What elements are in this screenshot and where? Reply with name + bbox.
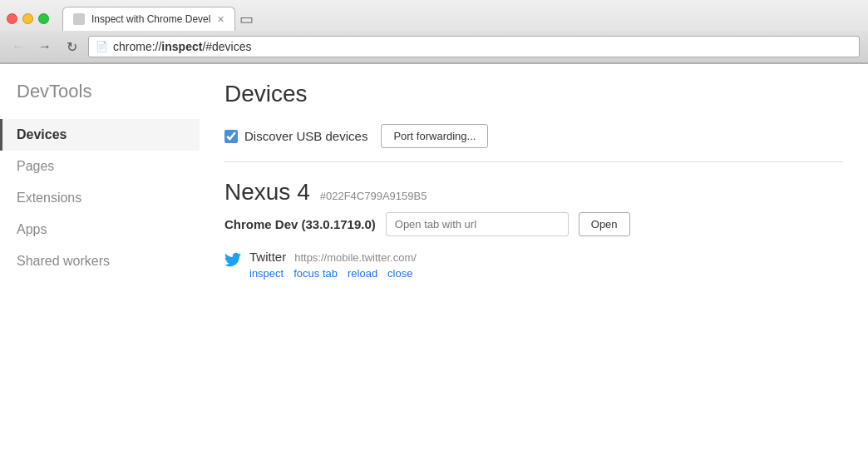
focus-tab-action[interactable]: focus tab — [293, 267, 338, 280]
close-button[interactable] — [7, 13, 17, 24]
sidebar-item-extensions[interactable]: Extensions — [0, 182, 200, 214]
sidebar-item-shared-workers[interactable]: Shared workers — [0, 245, 200, 277]
device-id: #022F4C799A9159B5 — [320, 190, 427, 202]
page-row: Twitter https://mobile.twitter.com/ insp… — [224, 250, 843, 280]
maximize-button[interactable] — [38, 13, 49, 24]
discover-row: Discover USB devices Port forwarding... — [224, 124, 843, 162]
page-name: Twitter — [249, 250, 286, 264]
page-info: Twitter https://mobile.twitter.com/ insp… — [249, 250, 417, 280]
page-icon: 📄 — [96, 41, 108, 52]
page-url: https://mobile.twitter.com/ — [294, 251, 417, 264]
back-icon: ← — [12, 39, 25, 54]
page-title: Devices — [224, 81, 843, 107]
tab-bar: Inspect with Chrome Devel × ▭ — [62, 7, 259, 31]
reload-action[interactable]: reload — [348, 267, 377, 280]
back-button[interactable]: ← — [8, 37, 28, 57]
sidebar-title: DevTools — [0, 81, 200, 119]
chrome-dev-row: Chrome Dev (33.0.1719.0) Open — [224, 212, 843, 236]
discover-label: Discover USB devices — [244, 129, 367, 143]
address-bar: ← → ↻ 📄 chrome://inspect/#devices — [0, 31, 868, 63]
close-action[interactable]: close — [387, 267, 412, 280]
sidebar-item-apps[interactable]: Apps — [0, 214, 200, 245]
page-actions: inspect focus tab reload close — [249, 267, 417, 280]
twitter-icon — [224, 251, 241, 268]
device-name: Nexus 4 — [224, 179, 310, 206]
minimize-button[interactable] — [22, 13, 33, 24]
open-tab-url-input[interactable] — [386, 212, 569, 236]
sidebar-item-devices[interactable]: Devices — [0, 119, 200, 151]
tab-title: Inspect with Chrome Devel — [91, 13, 210, 25]
discover-checkbox-wrapper: Discover USB devices — [224, 129, 367, 143]
sidebar-item-pages[interactable]: Pages — [0, 151, 200, 182]
tab-favicon — [73, 13, 85, 25]
url-bold-part: inspect — [161, 40, 202, 53]
browser-chrome: Inspect with Chrome Devel × ▭ ← → ↻ 📄 ch… — [0, 0, 868, 64]
main-content: Devices Discover USB devices Port forwar… — [200, 64, 868, 451]
new-tab-icon: ▭ — [239, 10, 254, 28]
forward-button[interactable]: → — [35, 37, 55, 57]
sidebar: DevTools Devices Pages Extensions Apps S… — [0, 64, 200, 451]
discover-usb-checkbox[interactable] — [224, 130, 238, 143]
chrome-dev-label: Chrome Dev (33.0.1719.0) — [224, 217, 376, 231]
port-forwarding-button[interactable]: Port forwarding... — [381, 124, 488, 148]
reload-icon: ↻ — [67, 39, 77, 55]
new-tab-button[interactable]: ▭ — [235, 7, 259, 31]
page-content: DevTools Devices Pages Extensions Apps S… — [0, 64, 868, 451]
reload-button[interactable]: ↻ — [62, 37, 81, 57]
device-name-row: Nexus 4 #022F4C799A9159B5 — [224, 179, 843, 206]
forward-icon: → — [38, 39, 52, 54]
tab-close-button[interactable]: × — [217, 12, 224, 26]
title-bar: Inspect with Chrome Devel × ▭ — [0, 0, 868, 31]
open-tab-button[interactable]: Open — [579, 212, 630, 236]
url-text: chrome://inspect/#devices — [113, 40, 252, 53]
browser-tab[interactable]: Inspect with Chrome Devel × — [62, 7, 235, 31]
window-controls — [7, 13, 49, 24]
page-title-row: Twitter https://mobile.twitter.com/ — [249, 250, 417, 264]
url-bar[interactable]: 📄 chrome://inspect/#devices — [88, 36, 860, 57]
inspect-action[interactable]: inspect — [249, 267, 284, 280]
